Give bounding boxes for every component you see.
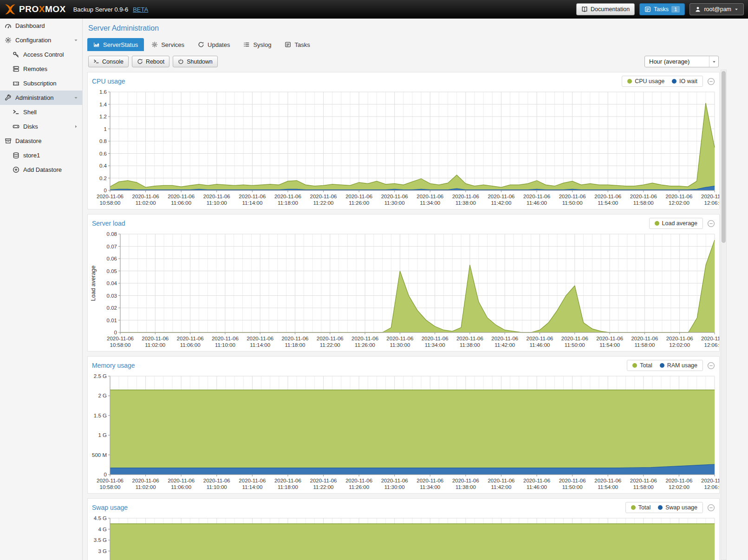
- svg-text:2020-11-06: 2020-11-06: [527, 336, 553, 341]
- svg-text:11:18:00: 11:18:00: [278, 200, 298, 206]
- server-icon: [13, 65, 20, 72]
- svg-text:11:14:00: 11:14:00: [250, 342, 270, 348]
- svg-text:11:58:00: 11:58:00: [633, 200, 654, 206]
- svg-text:2020-11-06: 2020-11-06: [596, 336, 623, 341]
- svg-text:2020-11-06: 2020-11-06: [142, 336, 169, 341]
- svg-text:2020-11-06: 2020-11-06: [351, 336, 378, 341]
- chart-legend: Total Swap usage: [625, 502, 703, 513]
- svg-text:2020-11-06: 2020-11-06: [239, 478, 266, 483]
- documentation-button[interactable]: Documentation: [576, 3, 635, 15]
- svg-text:11:46:00: 11:46:00: [527, 484, 547, 490]
- tab-label: ServerStatus: [103, 41, 138, 48]
- shutdown-button[interactable]: Shutdown: [173, 56, 218, 67]
- sidebar-item-datastore[interactable]: Datastore: [0, 134, 82, 148]
- beta-link[interactable]: BETA: [133, 6, 148, 13]
- tab-updates[interactable]: Updates: [192, 38, 236, 51]
- svg-text:11:42:00: 11:42:00: [494, 342, 515, 348]
- svg-text:10:58:00: 10:58:00: [100, 200, 121, 206]
- svg-text:0.4: 0.4: [99, 163, 107, 169]
- sidebar-item-add-datastore[interactable]: Add Datastore: [0, 163, 82, 177]
- svg-text:11:30:00: 11:30:00: [390, 342, 410, 348]
- expand-caret-icon[interactable]: [73, 124, 78, 129]
- tab-syslog[interactable]: Syslog: [237, 38, 277, 51]
- archive-icon: [5, 137, 12, 144]
- memory-usage-panel: Memory usage Total RAM usage 0500 M1 G1.…: [87, 356, 720, 494]
- user-menu-button[interactable]: root@pam: [689, 3, 744, 15]
- sidebar-item-subscription[interactable]: Subscription: [0, 76, 82, 91]
- svg-text:0.07: 0.07: [107, 244, 117, 249]
- sidebar-item-disks[interactable]: Disks: [0, 119, 82, 134]
- main-content: Server Administration ServerStatus Servi…: [83, 19, 748, 560]
- svg-text:11:02:00: 11:02:00: [136, 200, 156, 206]
- collapse-chart-icon[interactable]: [707, 78, 715, 85]
- tab-services[interactable]: Services: [145, 38, 190, 51]
- svg-text:2020-11-06: 2020-11-06: [203, 194, 230, 199]
- reboot-button[interactable]: Reboot: [132, 56, 169, 67]
- svg-text:0.08: 0.08: [107, 231, 117, 237]
- legend-dot: [632, 363, 637, 368]
- svg-text:2020-11-06: 2020-11-06: [239, 194, 266, 199]
- legend-item: Load average: [655, 220, 697, 227]
- svg-text:2020-11-06: 2020-11-06: [452, 194, 479, 199]
- gear-icon: [151, 41, 158, 48]
- sidebar-item-label: Administration: [15, 94, 53, 101]
- legend-dot: [672, 79, 676, 84]
- sidebar-item-access-control[interactable]: Access Control: [0, 47, 82, 62]
- svg-text:2020-11-06: 2020-11-06: [701, 336, 719, 341]
- svg-text:2020-11-06: 2020-11-06: [594, 478, 621, 483]
- collapse-caret-icon[interactable]: [73, 38, 78, 43]
- svg-text:2020-11-06: 2020-11-06: [345, 194, 372, 199]
- svg-text:11:26:00: 11:26:00: [349, 484, 369, 490]
- chart-title: CPU usage: [92, 78, 622, 85]
- svg-text:11:42:00: 11:42:00: [491, 200, 512, 206]
- svg-text:2020-11-06: 2020-11-06: [310, 478, 337, 483]
- svg-text:0: 0: [114, 330, 117, 335]
- svg-text:0.2: 0.2: [99, 176, 107, 181]
- wrench-icon: [5, 94, 12, 101]
- user-icon: [695, 6, 701, 13]
- sidebar-item-shell[interactable]: Shell: [0, 105, 82, 119]
- svg-text:2020-11-06: 2020-11-06: [381, 194, 408, 199]
- tab-tasks[interactable]: Tasks: [279, 38, 316, 51]
- svg-text:11:34:00: 11:34:00: [425, 342, 445, 348]
- svg-text:11:50:00: 11:50:00: [565, 342, 585, 348]
- svg-text:12:06:00: 12:06:00: [704, 484, 719, 490]
- timeframe-select[interactable]: Hour (average): [644, 56, 719, 67]
- proxmox-wordmark: PROXMOX: [19, 4, 66, 14]
- cpu-usage-chart: 00.20.40.60.811.21.41.62020-11-0610:58:0…: [88, 89, 719, 209]
- vertical-scrollbar[interactable]: [721, 70, 727, 560]
- collapse-chart-icon[interactable]: [707, 220, 715, 228]
- sidebar-item-dashboard[interactable]: Dashboard: [0, 19, 82, 33]
- database-icon: [13, 152, 20, 159]
- svg-text:11:30:00: 11:30:00: [384, 484, 405, 490]
- svg-text:11:02:00: 11:02:00: [136, 484, 156, 490]
- sidebar-item-configuration[interactable]: Configuration: [0, 33, 82, 47]
- svg-text:11:50:00: 11:50:00: [562, 200, 583, 206]
- svg-text:11:42:00: 11:42:00: [491, 484, 512, 490]
- svg-text:2020-11-06: 2020-11-06: [594, 194, 621, 199]
- sidebar-item-administration[interactable]: Administration: [0, 91, 82, 105]
- svg-text:0.01: 0.01: [107, 318, 117, 323]
- svg-text:2020-11-06: 2020-11-06: [488, 194, 514, 199]
- svg-text:4.5 G: 4.5 G: [94, 515, 107, 521]
- svg-text:11:06:00: 11:06:00: [171, 200, 191, 206]
- svg-text:2020-11-06: 2020-11-06: [422, 336, 449, 341]
- scrollbar-thumb[interactable]: [722, 71, 726, 243]
- collapse-chart-icon[interactable]: [707, 362, 715, 370]
- tab-serverstatus[interactable]: ServerStatus: [87, 38, 144, 51]
- tasks-label: Tasks: [654, 6, 669, 13]
- swap-usage-chart: 0500 M1 G1.5 G2 G2.5 G3 G3.5 G4 G4.5 G20…: [88, 515, 719, 560]
- collapse-caret-icon[interactable]: [73, 95, 78, 100]
- svg-text:11:10:00: 11:10:00: [215, 342, 235, 348]
- svg-text:500 M: 500 M: [92, 452, 107, 458]
- sidebar-item-store1[interactable]: store1: [0, 148, 82, 163]
- sidebar-item-remotes[interactable]: Remotes: [0, 62, 82, 76]
- shutdown-label: Shutdown: [187, 59, 213, 65]
- tasks-button[interactable]: Tasks 1: [639, 3, 685, 15]
- console-button[interactable]: Console: [88, 56, 129, 67]
- server-load-chart: 00.010.020.030.040.050.060.070.082020-11…: [88, 231, 719, 351]
- collapse-chart-icon[interactable]: [707, 504, 715, 512]
- tasks-icon: [285, 41, 291, 48]
- svg-text:2020-11-06: 2020-11-06: [345, 478, 372, 483]
- caret-down-icon: [734, 7, 739, 12]
